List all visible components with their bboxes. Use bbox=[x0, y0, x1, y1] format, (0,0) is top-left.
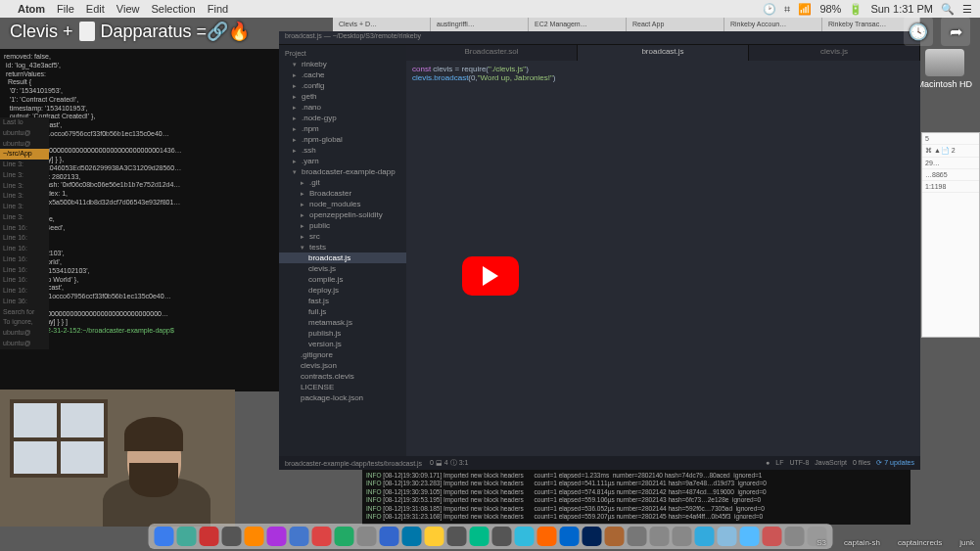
tree-file[interactable]: fast.js bbox=[279, 296, 406, 306]
editor-tab[interactable]: clevis.js bbox=[749, 45, 920, 61]
tree-file[interactable]: contracts.clevis bbox=[279, 371, 406, 382]
dock-app[interactable] bbox=[582, 527, 601, 546]
clock[interactable]: Sun 1:31 PM bbox=[870, 3, 933, 15]
dock-app[interactable] bbox=[244, 527, 263, 546]
tree-folder[interactable]: tests bbox=[279, 242, 406, 253]
dock-app[interactable] bbox=[559, 527, 579, 546]
desktop-label[interactable]: captaincreds bbox=[898, 538, 942, 547]
dock-app[interactable] bbox=[424, 527, 443, 546]
menu-edit[interactable]: Edit bbox=[86, 3, 105, 15]
tree-file[interactable]: clevis.js bbox=[279, 263, 406, 274]
tree-file[interactable]: metamask.js bbox=[279, 317, 406, 328]
dock-app[interactable] bbox=[356, 527, 376, 546]
dock-app[interactable] bbox=[266, 527, 286, 546]
tree-folder[interactable]: openzeppelin-solidity bbox=[279, 209, 406, 220]
watch-later-icon[interactable]: 🕓 bbox=[904, 17, 933, 46]
dock-app[interactable] bbox=[154, 527, 173, 546]
dock-app[interactable] bbox=[739, 527, 759, 546]
tree-file[interactable]: clevis.json bbox=[279, 360, 406, 371]
dock-app[interactable] bbox=[717, 527, 736, 546]
gutter-line: ubuntu@ bbox=[0, 128, 49, 139]
battery-icon[interactable]: 🔋 bbox=[849, 3, 863, 16]
dock-app[interactable] bbox=[176, 527, 196, 546]
dock-app[interactable] bbox=[672, 527, 691, 546]
desktop-label[interactable]: junk bbox=[959, 538, 974, 547]
tree-folder[interactable]: .git bbox=[279, 177, 406, 188]
desktop-label[interactable]: captain-sh bbox=[844, 538, 880, 547]
finder-window[interactable]: 5 ⌘ ▲📄 2 29… …8865 1:1198 bbox=[921, 132, 980, 338]
dock-app[interactable] bbox=[401, 527, 421, 546]
finder-row: ⌘ ▲📄 2 bbox=[922, 145, 979, 158]
tree-folder[interactable]: .node-gyp bbox=[279, 113, 406, 123]
spotlight-icon[interactable]: 🔍 bbox=[941, 3, 955, 16]
tree-folder[interactable]: .nano bbox=[279, 102, 406, 113]
status-files[interactable]: 0 files bbox=[853, 459, 870, 467]
tree-folder[interactable]: .npm bbox=[279, 123, 406, 134]
editor-tab[interactable]: broadcast.js bbox=[578, 45, 749, 61]
status-enc[interactable]: UTF-8 bbox=[789, 459, 809, 467]
desktop-drive[interactable]: Macintosh HD bbox=[916, 49, 972, 89]
dock-app[interactable] bbox=[694, 527, 714, 546]
tree-folder[interactable]: broadcaster-example-dapp bbox=[279, 166, 406, 177]
document-icon bbox=[79, 22, 95, 41]
menu-find[interactable]: Find bbox=[208, 3, 228, 15]
tree-file[interactable]: version.js bbox=[279, 339, 406, 349]
tree-folder[interactable]: .config bbox=[279, 80, 406, 91]
status-lang[interactable]: JavaScript bbox=[815, 459, 847, 467]
dock-app[interactable] bbox=[537, 527, 556, 546]
terminal-window-left[interactable]: removed: false, id: 'log_43e3acf5', retu… bbox=[0, 49, 279, 391]
project-tree[interactable]: Project rinkeby .cache.configgeth.nano.n… bbox=[279, 45, 406, 456]
tree-file[interactable]: .gitignore bbox=[279, 349, 406, 360]
menu-extra-icon[interactable]: ⌗ bbox=[784, 3, 790, 16]
tree-folder[interactable]: public bbox=[279, 220, 406, 231]
tree-folder[interactable]: node_modules bbox=[279, 199, 406, 209]
gutter-line: Line 3: bbox=[0, 160, 49, 170]
youtube-play-button[interactable] bbox=[462, 256, 519, 296]
tree-root[interactable]: rinkeby bbox=[279, 59, 406, 69]
dock-app[interactable] bbox=[491, 527, 511, 546]
notifications-icon[interactable]: ☰ bbox=[962, 3, 972, 16]
dock-app[interactable] bbox=[514, 527, 534, 546]
menu-selection[interactable]: Selection bbox=[151, 3, 195, 15]
menu-view[interactable]: View bbox=[117, 3, 140, 15]
menu-extra-icon[interactable]: 🕑 bbox=[763, 3, 776, 16]
wifi-icon[interactable]: 📶 bbox=[798, 3, 812, 16]
dock-app[interactable] bbox=[221, 527, 241, 546]
tree-folder[interactable]: .npm-global bbox=[279, 134, 406, 145]
dock-app[interactable] bbox=[446, 527, 466, 546]
tree-folder[interactable]: src bbox=[279, 231, 406, 242]
dock-app[interactable] bbox=[379, 527, 398, 546]
status-updates[interactable]: ⟳ 7 updates bbox=[876, 459, 914, 467]
tree-folder[interactable]: .cache bbox=[279, 69, 406, 80]
status-lf[interactable]: LF bbox=[775, 459, 783, 467]
tree-file[interactable]: broadcast.js bbox=[279, 253, 406, 263]
macos-dock[interactable] bbox=[148, 524, 832, 549]
tree-folder[interactable]: Broadcaster bbox=[279, 188, 406, 199]
menu-app[interactable]: Atom bbox=[18, 3, 45, 15]
tree-file[interactable]: publish.js bbox=[279, 328, 406, 339]
atom-editor-window[interactable]: broadcast.js — ~/Desktop/S3/remote/rinke… bbox=[279, 31, 920, 470]
dock-app[interactable] bbox=[469, 527, 489, 546]
geth-console[interactable]: INFO [08-12|19:30:09.171] Imported new b… bbox=[362, 470, 910, 525]
dock-app[interactable] bbox=[784, 527, 804, 546]
tree-file[interactable]: LICENSE bbox=[279, 382, 406, 392]
tree-file[interactable]: compile.js bbox=[279, 274, 406, 285]
dock-app[interactable] bbox=[762, 527, 781, 546]
tree-folder[interactable]: .yarn bbox=[279, 156, 406, 166]
tree-file[interactable]: package-lock.json bbox=[279, 392, 406, 403]
menu-file[interactable]: File bbox=[57, 3, 74, 15]
tree-file[interactable]: deploy.js bbox=[279, 285, 406, 296]
dock-app[interactable] bbox=[604, 527, 624, 546]
dock-app[interactable] bbox=[649, 527, 669, 546]
tree-folder[interactable]: geth bbox=[279, 91, 406, 102]
tree-file[interactable]: full.js bbox=[279, 306, 406, 317]
dock-app[interactable] bbox=[334, 527, 353, 546]
dock-app[interactable] bbox=[289, 527, 308, 546]
dock-app[interactable] bbox=[199, 527, 218, 546]
share-icon[interactable]: ➦ bbox=[941, 17, 970, 46]
desktop-label[interactable]: S3 bbox=[817, 538, 826, 547]
editor-tab[interactable]: Broadcaster.sol bbox=[406, 45, 578, 61]
dock-app[interactable] bbox=[627, 527, 646, 546]
dock-app[interactable] bbox=[311, 527, 331, 546]
tree-folder[interactable]: .ssh bbox=[279, 145, 406, 156]
